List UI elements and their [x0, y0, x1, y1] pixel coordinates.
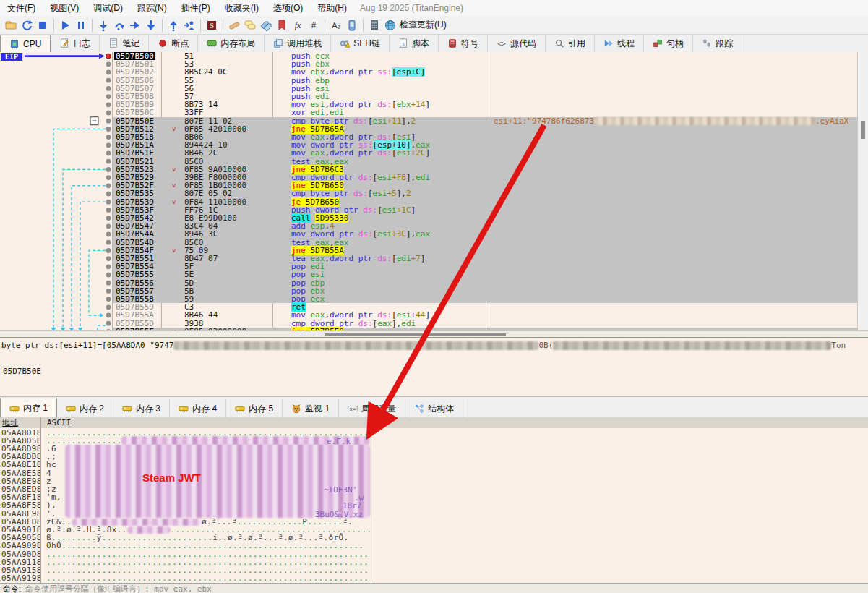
run-icon[interactable] — [58, 18, 72, 33]
call-stack-icon — [273, 38, 283, 48]
memtab-local-vars-局部变量[interactable]: [x=]局部变量 — [339, 399, 405, 418]
disasm-row[interactable]: 05D7B535807E 05 02cmp byte ptr ds:[esi+5… — [0, 189, 857, 197]
menu-item-5[interactable]: 插件(P) — [174, 0, 218, 16]
check-updates-globe-icon[interactable] — [383, 18, 398, 33]
menu-item-8[interactable]: 帮助(H) — [310, 0, 354, 16]
redacted-blur — [173, 341, 538, 350]
vertical-scrollbar[interactable] — [857, 52, 868, 330]
restart-icon[interactable] — [20, 18, 34, 33]
svg-text:[x=]: [x=] — [348, 406, 358, 412]
menu-item-3[interactable]: 调试(D) — [86, 0, 130, 16]
tab-breakpoint[interactable]: 断点 — [149, 35, 198, 52]
tab-label: 断点 — [171, 38, 189, 50]
tab-label: 源代码 — [510, 38, 536, 50]
run-to-selection-icon[interactable] — [128, 18, 142, 33]
tab-script[interactable]: s脚本 — [390, 35, 439, 52]
toolbar-separator — [53, 19, 54, 32]
scylla-hide-icon[interactable]: S — [205, 18, 219, 33]
tab-source[interactable]: <>源代码 — [488, 35, 546, 52]
disasm-row[interactable]: 05D7B5555Epop esi — [0, 270, 857, 278]
menu-bar: 文件(F)视图(V)调试(D)跟踪(N)插件(P)收藏夹(I)选项(O)帮助(H… — [0, 0, 868, 17]
tab-threads[interactable]: 线程 — [595, 35, 644, 52]
dump-header-address[interactable]: 地址 — [2, 417, 18, 428]
menu-item-6[interactable]: 收藏夹(I) — [218, 0, 266, 16]
ram-icon — [66, 404, 76, 414]
tab-memory-map[interactable]: 内存布局 — [198, 35, 265, 52]
stop-icon[interactable] — [35, 18, 50, 33]
memtab-struct-结构体[interactable]: 结构体 — [405, 399, 463, 418]
menu-item-4[interactable]: 跟踪(N) — [130, 0, 174, 16]
disasm-row[interactable]: 05D7B55A8B46 44mov eax,dword ptr ds:[esi… — [0, 311, 857, 319]
tab-symbols[interactable]: 符号 — [439, 35, 488, 52]
symbols-icon — [447, 38, 457, 48]
tab-trace[interactable]: 跟踪 — [693, 35, 742, 52]
menu-item-2[interactable]: 视图(V) — [43, 0, 86, 16]
menu-item-1[interactable]: 文件(F) — [0, 0, 43, 16]
disasm-row[interactable]: 05D7B5028B5C24 0Cmov ebx,dword ptr ss:[e… — [0, 68, 857, 76]
font-size-icon[interactable]: A₂ — [329, 18, 343, 33]
svg-text:s: s — [402, 41, 405, 47]
disasm-row[interactable]: 05D7B51E8B46 2Cmov eax,dword ptr ds:[esi… — [0, 149, 857, 157]
titanengine-build-label: Aug 19 2025 (TitanEngine) — [354, 0, 470, 16]
dump-row[interactable]: 05AA8D18................................… — [0, 429, 868, 437]
jump-taken-indicator: v — [172, 125, 176, 133]
pause-icon[interactable] — [74, 18, 88, 33]
hash-view-icon[interactable]: # — [306, 18, 321, 33]
tab-notes[interactable]: 笔记 — [100, 35, 149, 52]
memtab-ram-内存-2[interactable]: 内存 2 — [57, 399, 113, 418]
seh-chain-icon — [340, 38, 350, 48]
instruction-cell: cmp byte ptr ds:[esi+5],2 — [291, 189, 411, 197]
tab-label: 符号 — [461, 38, 478, 50]
step-over-icon[interactable] — [112, 18, 126, 33]
dump-row[interactable]: 05AA9198................................… — [0, 574, 868, 582]
tab-seh-chain[interactable]: SEH链 — [331, 35, 390, 52]
check-updates-label[interactable]: 检查更新(U) — [400, 19, 447, 31]
bookmarks-icon[interactable] — [275, 18, 289, 33]
cpu-icon — [9, 39, 20, 49]
scrollbar-thumb[interactable] — [861, 121, 865, 139]
disassembly-pane[interactable]: EIP 05D7B50051push ecx05D7B50153push ebx… — [0, 52, 868, 330]
tab-call-stack[interactable]: 调用堆栈 — [265, 35, 331, 52]
struct-icon — [414, 404, 424, 414]
memtab-ram-内存-3[interactable]: 内存 3 — [113, 399, 170, 418]
scrollbar-thumb[interactable] — [325, 333, 506, 336]
step-into-icon[interactable] — [96, 18, 111, 33]
calculator-icon[interactable] — [367, 18, 382, 33]
tab-label: 内存布局 — [220, 38, 255, 50]
dump-row[interactable]: 05AA8FD8zC&..ø.ª...ª.............P......… — [0, 518, 868, 526]
toolbar-separator — [162, 19, 163, 32]
references-icon — [554, 38, 564, 48]
toolbar-separator — [363, 19, 364, 32]
memtab-ram-内存-4[interactable]: 内存 4 — [170, 399, 226, 418]
command-input[interactable] — [24, 584, 868, 593]
labels-icon[interactable] — [259, 18, 273, 33]
tab-log[interactable]: 日志 — [51, 35, 100, 52]
memtab-label: 结构体 — [428, 403, 454, 415]
bytes-cell: 8946 3C — [184, 230, 218, 238]
memtab-ram-内存-1[interactable]: 内存 1 — [0, 398, 57, 418]
disasm-row[interactable]: 05D7B54A8946 3Cmov dword ptr ds:[esi+3C]… — [0, 230, 857, 238]
dump-header-ascii[interactable]: ASCII — [47, 417, 71, 428]
patches-icon[interactable] — [227, 18, 241, 33]
svg-text:fx: fx — [295, 20, 301, 30]
run-to-user-code-icon[interactable] — [182, 18, 197, 33]
toolbar-separator — [200, 19, 201, 32]
step-out-icon[interactable] — [166, 18, 181, 33]
run-down-icon[interactable] — [144, 18, 158, 33]
disasm-row[interactable]: 05D7B50C33FFxor edi,edi — [0, 108, 857, 116]
debugger-window: 文件(F)视图(V)调试(D)跟踪(N)插件(P)收藏夹(I)选项(O)帮助(H… — [0, 0, 868, 593]
log-icon — [59, 38, 69, 48]
tab-references[interactable]: 引用 — [546, 35, 595, 52]
open-file-icon[interactable] — [4, 18, 18, 33]
comments-icon[interactable] — [243, 18, 257, 33]
memtab-ram-内存-5[interactable]: 内存 5 — [226, 399, 283, 418]
functions-icon[interactable]: fx — [291, 18, 305, 33]
bytes-cell: 8B5C24 0C — [184, 68, 228, 76]
tab-cpu[interactable]: CPU — [0, 35, 51, 52]
memtab-watch-dog-监视-1[interactable]: 监视 1 — [283, 399, 339, 418]
memory-map-icon — [207, 38, 217, 48]
remote-debug-icon[interactable] — [345, 18, 359, 33]
command-bar: 命令: — [0, 583, 868, 593]
tab-handles[interactable]: 句柄 — [644, 35, 693, 52]
menu-item-7[interactable]: 选项(O) — [266, 0, 310, 16]
